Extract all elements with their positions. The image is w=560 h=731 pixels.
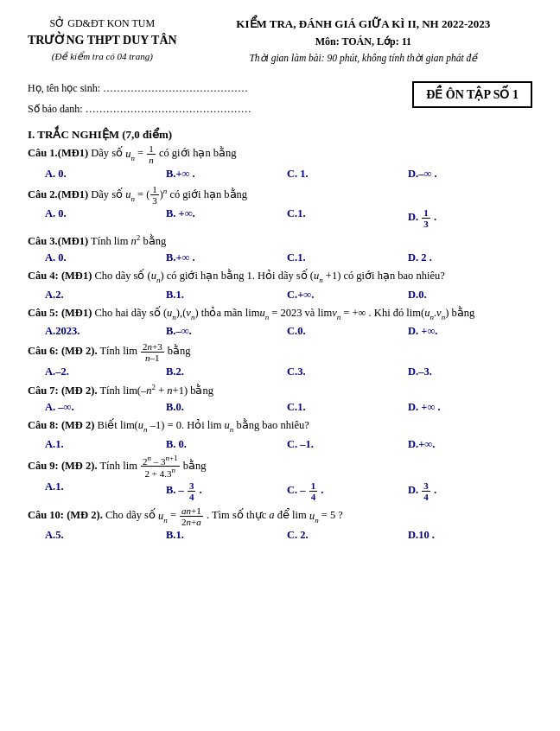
q7-label: Câu 7: (MĐ 2). xyxy=(28,385,98,397)
q5-a: A.2023. xyxy=(45,325,166,338)
q2-a: A. 0. xyxy=(45,207,166,229)
q10-a: A.5. xyxy=(45,529,166,542)
q7-answers: A. –∞. B.0. C.1. D. +∞ . xyxy=(45,401,532,414)
q9-answers: A.1. B. – 3 4 . C. – 1 4 . D. 3 4 . xyxy=(45,480,532,502)
q9-a: A.1. xyxy=(45,480,166,502)
student-fields: Họ, tên học sinh: …………………………………… Số báo … xyxy=(28,78,251,119)
q3-answers: A. 0. B.+∞ . C.1. D. 2 . xyxy=(45,251,532,264)
q6-answers: A.–2. B.2. C.3. D.–3. xyxy=(45,366,532,378)
question-1: Câu 1.(MĐ1) Dãy số un = 1 n có giới hạn … xyxy=(28,143,532,165)
q4-d: D.0. xyxy=(408,289,529,302)
q6-label: Câu 6: (MĐ 2). xyxy=(28,346,98,358)
q10-fraction: an+1 2n+a xyxy=(180,505,203,527)
q9-d: D. 3 4 . xyxy=(408,480,529,502)
q5-c: C.0. xyxy=(287,325,408,338)
time-label: Thời gian làm bài: 90 phút, không tính t… xyxy=(194,50,532,66)
q6-fraction: 2n+3 n–1 xyxy=(141,341,164,363)
question-2: Câu 2.(MĐ1) Dãy số un = ( 1 3 )n có giới… xyxy=(28,184,532,206)
q10-d: D.10 . xyxy=(408,529,529,542)
q10-answers: A.5. B.1. C. 2. D.10 . xyxy=(45,529,532,542)
q1-label: Câu 1.(MĐ1) xyxy=(28,148,88,160)
q9-b: B. – 3 4 . xyxy=(166,480,287,502)
q6-a: A.–2. xyxy=(45,366,166,378)
q9-c: C. – 1 4 . xyxy=(287,480,408,502)
q1-a: A. 0. xyxy=(45,168,166,181)
q1-c: C. 1. xyxy=(287,168,408,181)
q10-c: C. 2. xyxy=(287,529,408,542)
page-header: SỞ GD&ĐT KON TUM TRƯỜNG THPT DUY TÂN (Đề… xyxy=(28,16,532,66)
q5-answers: A.2023. B.–∞. C.0. D. +∞. xyxy=(45,325,532,338)
q5-b: B.–∞. xyxy=(166,325,287,338)
q3-label: Câu 3.(MĐ1) xyxy=(28,235,88,247)
student-info-section: Họ, tên học sinh: …………………………………… Số báo … xyxy=(28,78,532,119)
q1-answers: A. 0. B.+∞ . C. 1. D.–∞ . xyxy=(45,168,532,181)
q2-d: D. 1 3 . xyxy=(408,207,529,229)
q2-b: B. +∞. xyxy=(166,207,287,229)
q4-answers: A.2. B.1. C.+∞. D.0. xyxy=(45,289,532,302)
question-6: Câu 6: (MĐ 2). Tính lim 2n+3 n–1 bằng xyxy=(28,341,532,363)
q6-b: B.2. xyxy=(166,366,287,378)
q9-fraction: 2n – 3n+1 2 + 4.3n xyxy=(141,454,180,480)
q8-label: Câu 8: (MĐ 2) xyxy=(28,419,94,431)
question-8: Câu 8: (MĐ 2) Biết lim(un –1) = 0. Hỏi l… xyxy=(28,417,532,435)
q4-label: Câu 4: (MĐ1) xyxy=(28,270,92,282)
student-name-field: Họ, tên học sinh: …………………………………… xyxy=(28,78,251,99)
school-info: SỞ GD&ĐT KON TUM TRƯỜNG THPT DUY TÂN (Đề… xyxy=(28,16,177,64)
q10-b: B.1. xyxy=(166,529,287,542)
section1-title: I. TRẮC NGHIỆM (7,0 điểm) xyxy=(28,128,532,142)
page-count: (Đề kiểm tra có 04 trang) xyxy=(28,49,177,64)
question-4: Câu 4: (MĐ1) Cho dãy số (un) có giới hạn… xyxy=(28,268,532,286)
q7-d: D. +∞ . xyxy=(408,401,529,414)
q9-label: Câu 9: (MĐ 2). xyxy=(28,460,98,472)
q8-a: A.1. xyxy=(45,438,166,451)
question-9: Câu 9: (MĐ 2). Tính lim 2n – 3n+1 2 + 4.… xyxy=(28,454,532,480)
q8-answers: A.1. B. 0. C. –1. D.+∞. xyxy=(45,438,532,451)
q4-b: B.1. xyxy=(166,289,287,302)
student-id-field: Số báo danh: ………………………………………… xyxy=(28,99,251,119)
q3-c: C.1. xyxy=(287,251,408,264)
q7-c: C.1. xyxy=(287,401,408,414)
q2-c: C.1. xyxy=(287,207,408,229)
q3-b: B.+∞ . xyxy=(166,251,287,264)
q5-d: D. +∞. xyxy=(408,325,529,338)
q2-answers: A. 0. B. +∞. C.1. D. 1 3 . xyxy=(45,207,532,229)
q8-c: C. –1. xyxy=(287,438,408,451)
dept-label: SỞ GD&ĐT KON TUM xyxy=(28,16,177,31)
question-7: Câu 7: (MĐ 2). Tính lim(–n2 + n+1) bằng xyxy=(28,382,532,400)
q1-b: B.+∞ . xyxy=(166,168,287,181)
school-name: TRƯỜNG THPT DUY TÂN xyxy=(28,31,177,49)
exam-info: KIỂM TRA, ĐÁNH GIÁ GIỮA KÌ II, NH 2022-2… xyxy=(177,16,532,66)
question-5: Câu 5: (MĐ1) Cho hai dãy số (un),(vn) th… xyxy=(28,305,532,323)
q7-b: B.0. xyxy=(166,401,287,414)
q3-d: D. 2 . xyxy=(408,251,529,264)
q1-fraction: 1 n xyxy=(147,143,156,165)
question-3: Câu 3.(MĐ1) Tính lim n2 bằng xyxy=(28,232,532,251)
subject-label: Môn: TOÁN, Lớp: 11 xyxy=(194,34,532,50)
q4-a: A.2. xyxy=(45,289,166,302)
q7-a: A. –∞. xyxy=(45,401,166,414)
q5-label: Câu 5: (MĐ1) xyxy=(28,307,92,319)
q2-label: Câu 2.(MĐ1) xyxy=(28,188,88,200)
q6-c: C.3. xyxy=(287,366,408,378)
q1-d: D.–∞ . xyxy=(408,168,529,181)
exam-title: KIỂM TRA, ĐÁNH GIÁ GIỮA KÌ II, NH 2022-2… xyxy=(194,16,532,34)
q4-c: C.+∞. xyxy=(287,289,408,302)
q8-b: B. 0. xyxy=(166,438,287,451)
de-on-tap-box: ĐỀ ÔN TẬP SỐ 1 xyxy=(412,81,532,108)
question-10: Câu 10: (MĐ 2). Cho dãy số un = an+1 2n+… xyxy=(28,505,532,527)
q10-label: Câu 10: (MĐ 2). xyxy=(28,510,103,522)
q3-a: A. 0. xyxy=(45,251,166,264)
q6-d: D.–3. xyxy=(408,366,529,378)
q8-d: D.+∞. xyxy=(408,438,529,451)
